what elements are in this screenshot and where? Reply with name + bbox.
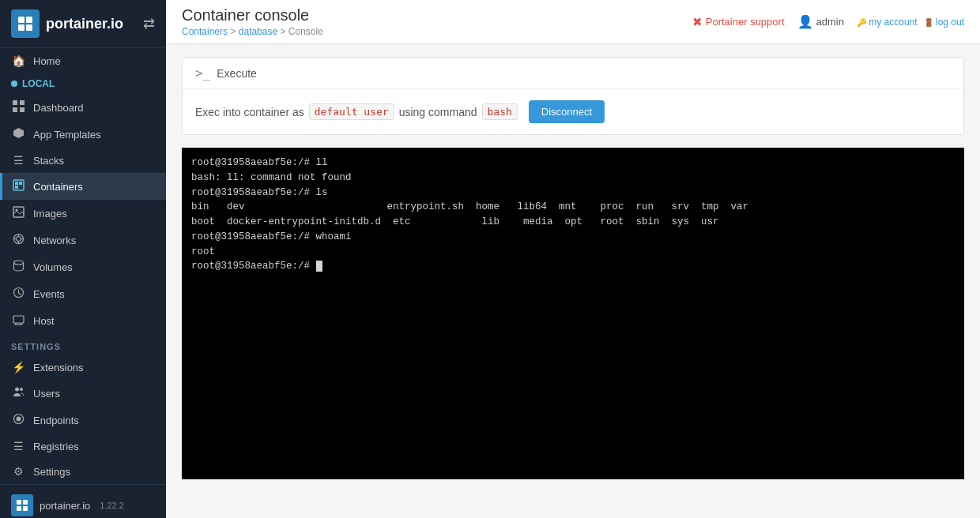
exec-user-badge: default user	[309, 103, 394, 120]
svg-point-26	[15, 388, 19, 392]
registries-icon: ☰	[11, 440, 25, 452]
events-icon	[11, 287, 25, 301]
svg-rect-30	[17, 500, 21, 505]
local-indicator-dot	[11, 81, 17, 87]
sidebar: portainer.io ⇄ 🏠 Home LOCAL Dashboard Ap…	[0, 0, 166, 518]
support-icon: ✖	[692, 15, 703, 29]
svg-point-15	[16, 237, 21, 242]
images-icon	[11, 206, 25, 220]
execute-header: >_ Execute	[183, 58, 963, 89]
user-links: 🔑 my account 🚪 log out	[857, 17, 964, 28]
my-account-label: my account	[869, 17, 917, 28]
log-out-link[interactable]: 🚪 log out	[924, 17, 964, 28]
sidebar-item-events[interactable]: Events	[0, 280, 166, 307]
sidebar-item-users-label: Users	[33, 388, 60, 400]
my-account-link[interactable]: 🔑 my account	[857, 17, 918, 28]
sidebar-item-settings[interactable]: ⚙ Settings	[0, 459, 166, 484]
sidebar-logo: portainer.io ⇄	[0, 0, 166, 48]
breadcrumb-sep1: >	[230, 26, 238, 37]
settings-section-header: SETTINGS	[0, 334, 166, 355]
sidebar-item-containers[interactable]: Containers	[0, 173, 166, 200]
stacks-icon: ☰	[11, 154, 25, 167]
sidebar-item-extensions[interactable]: ⚡ Extensions	[0, 355, 166, 380]
topbar-right: ✖ Portainer support 👤 admin 🔑 my account…	[692, 14, 964, 29]
sidebar-item-app-templates-label: App Templates	[33, 129, 101, 141]
sidebar-item-endpoints-label: Endpoints	[33, 415, 79, 426]
my-account-icon: 🔑	[857, 18, 866, 27]
admin-section: 👤 admin	[797, 14, 844, 29]
sidebar-item-endpoints[interactable]: Endpoints	[0, 407, 166, 434]
svg-rect-2	[18, 24, 24, 31]
sidebar-item-users[interactable]: Users	[0, 380, 166, 407]
svg-rect-4	[13, 100, 17, 105]
app-templates-icon	[11, 127, 25, 141]
sidebar-version: 1.22.2	[100, 501, 124, 510]
sidebar-footer: portainer.io 1.22.2	[0, 484, 166, 518]
svg-point-28	[16, 417, 21, 422]
terminal-cursor	[316, 261, 322, 272]
svg-rect-3	[26, 24, 32, 31]
containers-icon	[11, 179, 25, 193]
sidebar-item-host-label: Host	[33, 315, 55, 327]
endpoints-icon	[11, 413, 25, 427]
sidebar-item-dashboard[interactable]: Dashboard	[0, 94, 166, 121]
sidebar-item-dashboard-label: Dashboard	[33, 102, 84, 114]
terminal[interactable]: root@31958aeabf5e:/# ll bash: ll: comman…	[182, 148, 964, 479]
sidebar-item-networks-label: Networks	[33, 235, 76, 246]
admin-user-icon: 👤	[797, 14, 813, 29]
svg-rect-33	[23, 506, 28, 511]
svg-rect-22	[13, 316, 24, 323]
users-icon	[11, 386, 25, 400]
sidebar-item-registries-label: Registries	[33, 441, 79, 452]
topbar: Container console Containers > database …	[166, 0, 980, 44]
sidebar-item-events-label: Events	[33, 288, 65, 300]
sidebar-item-host[interactable]: Host	[0, 307, 166, 334]
breadcrumb-containers-link[interactable]: Containers	[182, 26, 228, 37]
transfer-icon[interactable]: ⇄	[143, 15, 155, 32]
sidebar-item-images-label: Images	[33, 208, 67, 220]
svg-rect-6	[13, 107, 17, 112]
sidebar-item-volumes-label: Volumes	[33, 261, 73, 273]
svg-rect-31	[23, 500, 28, 505]
exec-text-middle: using command	[399, 106, 477, 118]
portainer-support-link[interactable]: ✖ Portainer support	[692, 15, 785, 29]
local-label: LOCAL	[22, 78, 55, 89]
svg-rect-0	[18, 17, 24, 23]
content-area: >_ Execute Exec into container as defaul…	[166, 44, 980, 518]
log-out-icon: 🚪	[924, 18, 933, 27]
main-area: Container console Containers > database …	[166, 0, 980, 518]
sidebar-item-app-templates[interactable]: App Templates	[0, 121, 166, 148]
admin-label: admin	[816, 16, 844, 28]
sidebar-item-home[interactable]: 🏠 Home	[0, 48, 166, 73]
sidebar-item-home-label: Home	[33, 55, 61, 67]
portainer-logo-icon	[11, 9, 40, 38]
svg-rect-10	[19, 182, 22, 185]
settings-icon: ⚙	[11, 465, 25, 478]
sidebar-item-images[interactable]: Images	[0, 200, 166, 227]
sidebar-local-badge: LOCAL	[0, 73, 166, 94]
svg-rect-5	[20, 100, 24, 105]
sidebar-item-volumes[interactable]: Volumes	[0, 253, 166, 280]
sidebar-item-stacks[interactable]: ☰ Stacks	[0, 148, 166, 173]
execute-prompt-icon: >_	[195, 66, 210, 81]
sidebar-item-extensions-label: Extensions	[33, 362, 84, 373]
svg-rect-8	[13, 180, 24, 190]
svg-rect-7	[20, 107, 24, 112]
svg-rect-11	[15, 186, 18, 189]
topbar-left: Container console Containers > database …	[182, 6, 323, 37]
disconnect-button[interactable]: Disconnect	[529, 100, 605, 123]
dashboard-icon	[11, 100, 25, 114]
exec-command-badge: bash	[482, 103, 518, 120]
sidebar-item-registries[interactable]: ☰ Registries	[0, 434, 166, 459]
breadcrumb-database-link[interactable]: database	[239, 26, 277, 37]
exec-info-bar: Exec into container as default user usin…	[183, 89, 963, 134]
svg-rect-1	[26, 17, 32, 23]
svg-point-27	[20, 388, 23, 391]
home-icon: 🏠	[11, 54, 25, 67]
log-out-label: log out	[936, 17, 964, 28]
exec-text-before: Exec into container as	[195, 106, 304, 118]
breadcrumb-console: Console	[288, 26, 323, 37]
support-label: Portainer support	[706, 16, 785, 28]
sidebar-logo-text: portainer.io	[46, 16, 123, 32]
sidebar-item-networks[interactable]: Networks	[0, 227, 166, 253]
